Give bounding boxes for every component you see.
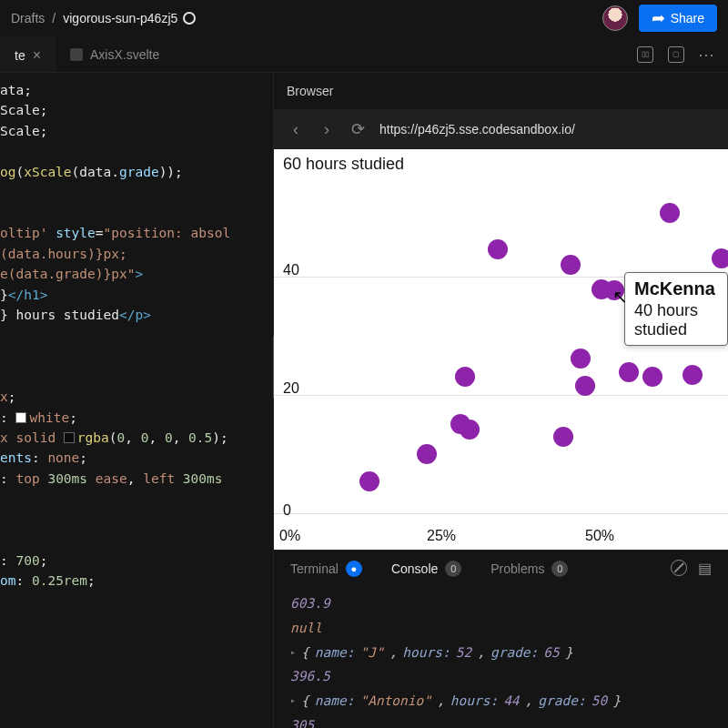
console-value: "J" [359,641,383,665]
tab-active-label: te [15,48,25,63]
badge-console: 0 [445,561,461,577]
badge-terminal: ● [346,561,362,577]
y-tick: 20 [283,380,299,397]
filter-icon[interactable]: ▤ [698,560,712,577]
gridline [274,395,728,396]
breadcrumb[interactable]: Drafts / vigorous-sun-p46zj5 [11,11,196,25]
y-tick: 0 [283,502,291,519]
file-tabs: te × AxisX.svelte ▯▯ ▢ ⋯ [0,36,728,73]
console-value: 305 [290,713,314,728]
tab-axisx[interactable]: AxisX.svelte [56,36,174,72]
console-value: 50 [592,689,607,713]
share-label: Share [671,11,704,25]
tab-problems[interactable]: Problems 0 [490,561,568,577]
tab-console-label: Console [391,561,438,576]
console-value: null [290,616,322,641]
console-value: 396.5 [290,664,330,689]
x-tick: 0% [279,528,300,544]
console-output[interactable]: 603.9 null ▸{name: "J", hours: 52, grade… [274,586,728,728]
tooltip: McKenna 40 hours studied [624,272,728,346]
tab-active[interactable]: te × [0,36,56,72]
data-point[interactable] [575,376,595,396]
tab-console[interactable]: Console 0 [391,561,461,577]
data-point[interactable] [488,239,508,259]
share-arrow-icon: ➦ [652,10,665,26]
globe-icon [183,12,196,25]
x-tick: 50% [585,528,614,544]
breadcrumb-current-label: vigorous-sun-p46zj5 [63,11,177,25]
expand-icon[interactable]: ▸ [290,644,296,662]
data-point[interactable] [359,471,379,491]
code-editor[interactable]: ata; Scale; Scale; og(xScale(data.grade)… [0,73,273,728]
layout-split-icon[interactable]: ▯▯ [637,46,653,63]
clear-console-icon[interactable] [671,560,687,576]
data-point[interactable] [553,427,573,447]
data-point[interactable] [561,255,581,275]
tab-inactive-label: AxisX.svelte [90,47,159,62]
data-point[interactable] [642,367,662,387]
reload-icon[interactable]: ⟳ [349,119,367,139]
data-point[interactable] [460,420,480,440]
data-point[interactable] [712,248,728,268]
tooltip-name: McKenna [634,278,718,299]
panel-icon[interactable]: ▢ [668,46,684,63]
close-icon[interactable]: × [33,47,41,64]
scatter-chart: 40 20 0 0% 25% 50% [274,149,728,550]
panel-tabs: Terminal ● Console 0 Problems 0 ▤ [274,550,728,586]
breadcrumb-sep: / [52,11,56,25]
tab-problems-label: Problems [490,561,544,576]
expand-icon[interactable]: ▸ [290,693,296,710]
data-point[interactable] [417,444,437,464]
nav-back-icon[interactable]: ‹ [287,120,305,139]
data-point[interactable] [571,349,591,369]
tab-terminal-label: Terminal [290,561,339,576]
breadcrumb-parent[interactable]: Drafts [11,11,45,25]
svelte-icon [70,48,83,61]
browser-label: Browser [287,84,333,98]
console-value: 52 [456,641,471,665]
share-button[interactable]: ➦ Share [639,5,717,32]
nav-forward-icon[interactable]: › [318,120,336,139]
browser-toolbar: ‹ › ⟳ https://p46zj5.sse.codesandbox.io/ [274,109,728,149]
breadcrumb-current[interactable]: vigorous-sun-p46zj5 [63,11,196,25]
data-point[interactable] [455,367,475,387]
data-point[interactable] [619,362,639,382]
tab-actions: ▯▯ ▢ ⋯ [624,46,728,63]
data-point[interactable] [660,203,680,223]
console-value: 603.9 [290,592,330,616]
gridline [274,513,728,514]
x-tick: 25% [427,528,456,544]
top-bar: Drafts / vigorous-sun-p46zj5 ➦ Share [0,0,728,36]
tab-terminal[interactable]: Terminal ● [290,561,362,577]
browser-tab[interactable]: Browser [274,73,728,109]
y-tick: 40 [283,262,299,278]
avatar[interactable] [602,5,628,31]
data-point[interactable] [682,365,703,385]
more-icon[interactable]: ⋯ [699,46,715,63]
tooltip-line: 40 hours studied [634,301,718,339]
console-value: 65 [543,641,559,665]
preview-pane[interactable]: 60 hours studied 40 20 0 0% 25% 50% [274,149,728,550]
url-bar[interactable]: https://p46zj5.sse.codesandbox.io/ [379,122,715,136]
console-value: 44 [503,689,519,713]
console-value: "Antonio" [359,689,431,713]
badge-problems: 0 [551,561,568,577]
cursor-icon: ↖ [612,286,628,308]
